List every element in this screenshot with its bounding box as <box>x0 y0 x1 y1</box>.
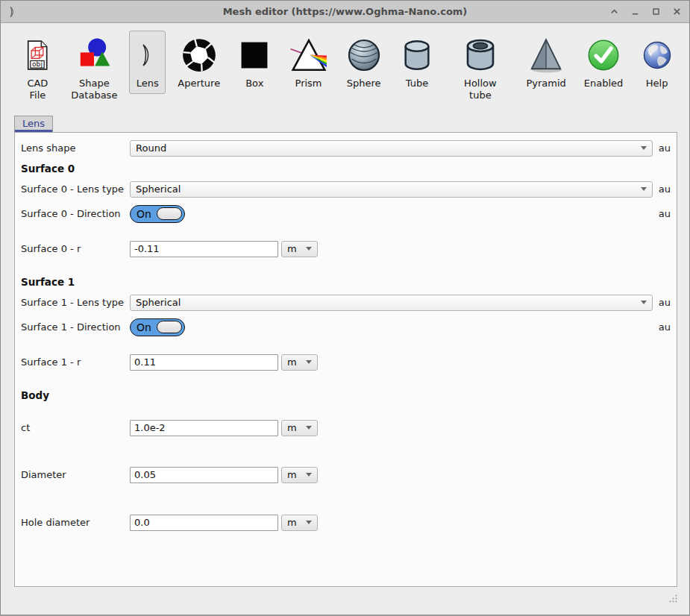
chevron-down-icon <box>306 521 312 524</box>
toolbar-item-box[interactable]: Box <box>232 31 277 94</box>
surface1-r-input[interactable] <box>130 354 278 371</box>
field-label: Diameter <box>21 469 130 480</box>
section-header-body: Body <box>15 389 677 401</box>
titlebar[interactable]: Mesh editor (https://www.Oghma-Nano.com) <box>1 1 689 23</box>
form-row-lens-shape: Lens shape Round au <box>15 140 677 157</box>
shade-icon[interactable] <box>607 5 621 19</box>
surface0-r-unit-select[interactable]: m <box>281 241 318 257</box>
toolbar-item-help[interactable]: Help <box>635 31 679 94</box>
chevron-down-icon <box>641 146 647 150</box>
cad-file-icon: obj <box>22 34 53 77</box>
box-icon <box>238 34 271 77</box>
hole-diameter-unit-select[interactable]: m <box>281 515 318 531</box>
toolbar-item-aperture[interactable]: Aperture <box>172 31 225 94</box>
toolbar-item-shape-database[interactable]: Shape Database <box>66 31 123 107</box>
toolbar-item-prism[interactable]: Prism <box>283 31 334 94</box>
chevron-down-icon <box>641 187 647 191</box>
field-label: Hole diameter <box>21 517 130 528</box>
prism-icon <box>289 34 328 77</box>
form-row-diameter: Diameter m <box>15 467 677 483</box>
unit-label: au <box>659 183 671 195</box>
lens-shape-select[interactable]: Round <box>130 140 653 157</box>
minimize-icon[interactable] <box>628 5 642 19</box>
chevron-down-icon <box>306 426 312 430</box>
surface0-direction-toggle[interactable]: On <box>130 205 185 223</box>
toggle-knob <box>157 207 182 220</box>
form-row-surface0-r: Surface 0 - r m <box>15 241 677 257</box>
shape-database-icon <box>75 34 113 77</box>
window-controls <box>607 5 683 19</box>
select-value: Spherical <box>136 297 636 308</box>
field-label: Surface 1 - Direction <box>21 321 130 333</box>
surface1-lens-type-select[interactable]: Spherical <box>130 295 653 311</box>
toolbar-item-cad-file[interactable]: obj CAD File <box>16 31 60 107</box>
select-value: m <box>287 422 301 433</box>
toolbar-item-pyramid[interactable]: Pyramid <box>521 31 572 94</box>
tabbar: Lens <box>14 116 689 132</box>
chevron-down-icon <box>641 301 647 304</box>
active-tab-indicator <box>15 130 52 132</box>
section-header-surface-0: Surface 0 <box>15 163 677 175</box>
field-label: Surface 0 - r <box>21 243 130 254</box>
surface0-r-input[interactable] <box>130 241 278 257</box>
form-row-surface1-lens-type: Surface 1 - Lens type Spherical au <box>15 295 677 311</box>
toolbar-item-label: CAD File <box>27 78 48 102</box>
toolbar-item-sphere[interactable]: Sphere <box>340 31 388 94</box>
select-value: m <box>287 469 301 480</box>
diameter-unit-select[interactable]: m <box>281 467 318 483</box>
enabled-icon <box>586 34 621 77</box>
surface1-direction-toggle[interactable]: On <box>130 318 185 336</box>
lens-icon <box>7 3 22 21</box>
toolbar: obj CAD File Shape Database Lens <box>1 23 689 110</box>
diameter-input[interactable] <box>130 467 278 483</box>
ct-input[interactable] <box>130 420 278 436</box>
pyramid-icon <box>527 34 565 77</box>
field-label: Surface 0 - Lens type <box>21 183 130 195</box>
tube-icon <box>400 34 434 77</box>
resize-grip[interactable] <box>668 594 677 603</box>
aperture-icon <box>181 34 218 77</box>
form-row-surface0-lens-type: Surface 0 - Lens type Spherical au <box>15 181 677 198</box>
toolbar-item-label: Enabled <box>584 78 624 89</box>
toolbar-item-label: Tube <box>406 78 428 89</box>
close-icon[interactable] <box>670 5 683 19</box>
unit-label: au <box>659 142 671 154</box>
sphere-icon <box>346 34 382 77</box>
ct-unit-select[interactable]: m <box>281 420 318 436</box>
toolbar-item-enabled[interactable]: Enabled <box>578 31 629 94</box>
lens-icon <box>136 34 160 77</box>
field-label: Surface 1 - r <box>21 356 130 368</box>
field-label: ct <box>21 422 130 433</box>
field-label: Surface 0 - Direction <box>21 208 130 219</box>
toggle-knob <box>157 321 182 333</box>
tab-lens[interactable]: Lens <box>14 116 53 132</box>
form-row-surface0-direction: Surface 0 - Direction On au <box>15 205 677 223</box>
surface0-lens-type-select[interactable]: Spherical <box>130 181 653 198</box>
toolbar-item-label: Lens <box>137 78 159 89</box>
surface1-r-unit-select[interactable]: m <box>281 354 318 371</box>
hole-diameter-input[interactable] <box>130 515 278 531</box>
window-title: Mesh editor (https://www.Oghma-Nano.com) <box>1 6 689 17</box>
unit-label: au <box>659 297 671 308</box>
toolbar-item-tube[interactable]: Tube <box>394 31 440 94</box>
maximize-icon[interactable] <box>649 5 662 19</box>
toolbar-item-label: Sphere <box>347 78 381 89</box>
toolbar-item-lens[interactable]: Lens <box>129 31 166 94</box>
form-row-surface1-direction: Surface 1 - Direction On au <box>15 318 677 336</box>
toolbar-item-hollow-tube[interactable]: Hollow tube <box>446 31 514 107</box>
chevron-down-icon <box>306 473 312 477</box>
svg-text:obj: obj <box>32 60 43 68</box>
select-value: Spherical <box>136 183 636 195</box>
mesh-editor-window: Mesh editor (https://www.Oghma-Nano.com) <box>0 0 690 616</box>
field-label: Lens shape <box>21 142 130 154</box>
toggle-state-label: On <box>131 321 151 333</box>
chevron-down-icon <box>306 247 312 251</box>
toolbar-item-label: Prism <box>295 78 322 89</box>
select-value: Round <box>136 142 636 154</box>
lens-settings-panel: Lens shape Round au Surface 0 Surface 0 … <box>14 132 677 587</box>
hollow-tube-icon <box>462 34 498 77</box>
tab-label: Lens <box>22 118 45 129</box>
form-row-surface1-r: Surface 1 - r m <box>15 354 677 371</box>
toolbar-item-label: Help <box>646 78 668 89</box>
toolbar-item-label: Box <box>245 78 263 89</box>
